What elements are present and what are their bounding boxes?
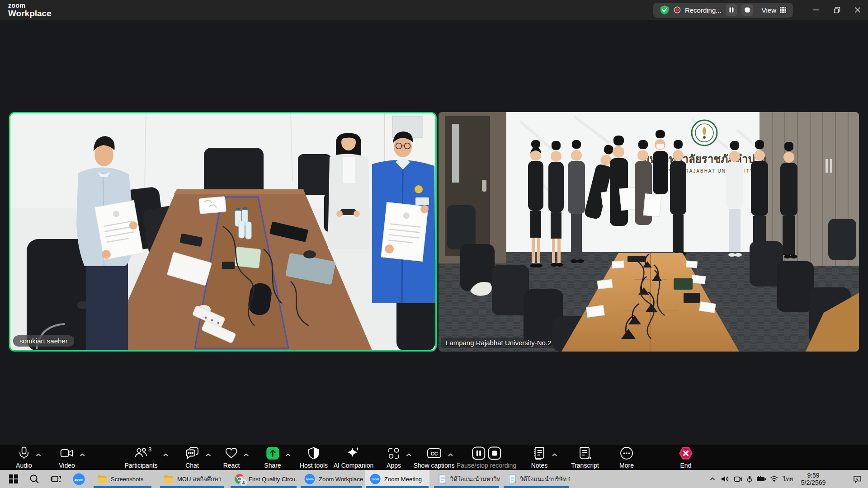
end-meeting-button[interactable]: End: [679, 445, 693, 470]
zoom-app-icon: zoom: [304, 474, 315, 484]
taskbar-app-screenshots[interactable]: Screenshots: [93, 470, 152, 488]
video-tile-somkiart[interactable]: somkiart saeher: [9, 112, 437, 352]
participants-button[interactable]: 3 Participants: [124, 445, 157, 470]
apps-button[interactable]: Apps: [387, 445, 401, 470]
ai-companion-button[interactable]: AI Companion: [334, 445, 374, 470]
battery-icon[interactable]: [755, 470, 768, 488]
end-call-icon: [679, 446, 693, 461]
more-button[interactable]: More: [619, 445, 634, 470]
meeting-stage: somkiart saeher: [0, 20, 868, 445]
microphone-icon: [18, 446, 30, 461]
microphone-tray-icon[interactable]: [744, 470, 755, 488]
pause-stop-recording-button[interactable]: Pause/stop recording: [457, 445, 516, 470]
notepad-icon: [507, 474, 516, 484]
close-window-button[interactable]: [847, 0, 868, 20]
heart-icon: [225, 447, 238, 460]
participant-name-label: Lampang Rajabhat University-No.2: [441, 338, 556, 348]
video-tile-lampang[interactable]: มหาวิทยาลัยราชภัฏลำปาง LAMPANG RAJABHAT …: [439, 112, 859, 352]
svg-text:zoom: zoom: [74, 477, 83, 481]
tray-date: 5/2/2569: [801, 479, 826, 486]
participants-count-badge: 3: [148, 446, 151, 453]
notes-icon: [533, 446, 546, 461]
svg-text:CC: CC: [430, 450, 438, 456]
taskbar-app-notepad-university[interactable]: วิดีโอแนะนำมหาวิทย...: [433, 470, 500, 488]
taskbar-app-zoom-workplace[interactable]: zoom Zoom Workplace: [300, 470, 363, 488]
stop-recording-icon[interactable]: [488, 446, 501, 461]
react-button[interactable]: React: [223, 445, 240, 470]
transcript-icon: [579, 446, 591, 461]
right-video-scene: มหาวิทยาลัยราชภัฏลำปาง LAMPANG RAJABHAT …: [439, 112, 859, 352]
show-captions-button[interactable]: CC Show captions: [413, 445, 454, 470]
maximize-restore-button[interactable]: [826, 0, 847, 20]
taskbar-app-chrome[interactable]: First Quality Circu...: [230, 470, 297, 488]
react-options-chevron[interactable]: [244, 451, 249, 458]
closed-captions-icon: CC: [427, 448, 441, 460]
chat-options-chevron[interactable]: [206, 451, 211, 458]
notes-button[interactable]: Notes: [531, 445, 548, 470]
taskbar-app-zoom-meeting[interactable]: zoom Zoom Meeting: [365, 470, 429, 488]
notes-options-chevron[interactable]: [552, 451, 557, 458]
language-indicator[interactable]: ไทย: [780, 470, 796, 488]
recording-pill: Recording... View: [653, 3, 793, 18]
svg-text:zoom: zoom: [306, 478, 313, 481]
pause-recording-button[interactable]: [726, 4, 737, 16]
shield-icon: [308, 447, 320, 461]
recording-status-text: Recording...: [685, 6, 722, 14]
captions-options-chevron[interactable]: [448, 451, 453, 458]
clock[interactable]: 9:59 5/2/2569: [796, 470, 831, 488]
chrome-icon: [234, 474, 245, 484]
apps-options-chevron[interactable]: [406, 451, 411, 458]
zoom-meeting-window: zoom Workplace Recording...: [0, 0, 868, 488]
wifi-icon[interactable]: [768, 470, 780, 488]
titlebar: zoom Workplace Recording...: [0, 0, 868, 20]
taskbar-app-mou-folder[interactable]: MOU สหกิจศึกษา: [159, 470, 225, 488]
chat-bubble-icon: [185, 447, 199, 461]
meeting-toolbar: Audio Video: [0, 445, 868, 470]
security-shield-icon: [660, 5, 670, 15]
pause-recording-icon[interactable]: [472, 446, 486, 461]
recording-dot-icon: [674, 6, 681, 14]
search-button[interactable]: [24, 470, 44, 488]
task-view-button[interactable]: [46, 470, 66, 488]
taskbar-app-notepad-company[interactable]: วิดีโอแนะนำบริษัท Fi...: [503, 470, 570, 488]
view-button[interactable]: View: [762, 6, 787, 14]
participant-name-label: somkiart saeher: [13, 335, 74, 347]
left-video-scene: [10, 113, 435, 350]
view-label: View: [762, 6, 776, 14]
share-button[interactable]: Share: [264, 445, 281, 470]
ai-sparkle-icon: [347, 446, 360, 461]
zoom-app-icon: zoom: [370, 474, 381, 484]
host-tools-button[interactable]: Host tools: [300, 445, 328, 470]
minimize-button[interactable]: [806, 0, 826, 20]
folder-icon: [97, 475, 107, 483]
start-button[interactable]: [4, 470, 24, 488]
video-options-chevron[interactable]: [80, 451, 85, 458]
share-options-chevron[interactable]: [285, 451, 291, 458]
tray-time: 9:59: [807, 472, 819, 479]
video-button[interactable]: Video: [59, 445, 75, 470]
audio-button[interactable]: Audio: [16, 445, 32, 470]
view-grid-icon: [779, 6, 787, 14]
participants-options-chevron[interactable]: [163, 451, 168, 458]
zoom-pinned-icon[interactable]: zoom: [69, 470, 89, 488]
audio-options-chevron[interactable]: [36, 451, 41, 458]
camera-tray-icon[interactable]: [731, 470, 744, 488]
notepad-icon: [438, 474, 447, 484]
camera-icon: [60, 448, 74, 460]
folder-icon: [164, 475, 174, 483]
zoom-workplace-logo: zoom Workplace: [0, 2, 52, 18]
volume-icon[interactable]: [719, 470, 731, 488]
participants-icon: [134, 447, 148, 461]
windows-taskbar: zoom Screenshots MOU สหกิจศึกษา: [0, 470, 868, 488]
logo-zoom-text: zoom: [8, 2, 52, 9]
chat-button[interactable]: Chat: [185, 445, 199, 470]
stop-recording-button[interactable]: [741, 4, 753, 16]
hidden-icons-chevron[interactable]: [706, 470, 719, 488]
action-center-icon[interactable]: [848, 470, 866, 488]
more-ellipsis-icon: [620, 446, 633, 461]
logo-workplace-text: Workplace: [8, 9, 52, 18]
apps-icon: [387, 447, 400, 461]
transcript-button[interactable]: Transcript: [571, 445, 599, 470]
share-screen-icon: [266, 446, 279, 461]
svg-text:zoom: zoom: [371, 478, 379, 481]
